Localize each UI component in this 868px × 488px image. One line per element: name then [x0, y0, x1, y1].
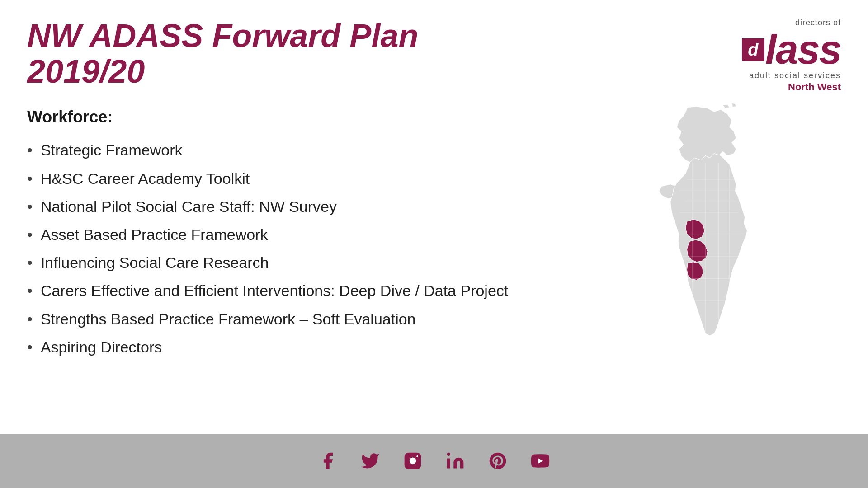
bullet-item-2: National Pilot Social Care Staff: NW Sur…	[27, 197, 533, 216]
logo-brand-text: lass	[765, 29, 841, 70]
bullet-item-4: Influencing Social Care Research	[27, 253, 533, 272]
bullet-item-6: Strengths Based Practice Framework – Sof…	[27, 309, 533, 329]
footer	[0, 434, 868, 488]
facebook-icon[interactable]	[318, 451, 338, 471]
bullet-item-0: Strategic Framework	[27, 140, 533, 160]
left-panel: NW ADASS Forward Plan 2019/20 Workforce:…	[27, 18, 533, 425]
youtube-icon[interactable]	[530, 451, 550, 471]
bullet-item-1: H&SC Career Academy Toolkit	[27, 169, 533, 188]
page-title: NW ADASS Forward Plan 2019/20	[27, 18, 533, 89]
twitter-icon[interactable]	[360, 451, 380, 471]
svg-point-14	[447, 453, 450, 456]
bullet-item-5: Carers Effective and Efficient Intervent…	[27, 281, 533, 300]
bullet-item-3: Asset Based Practice Framework	[27, 225, 533, 244]
map-container	[579, 89, 841, 425]
linkedin-icon[interactable]	[445, 451, 465, 471]
bullet-list: Strategic FrameworkH&SC Career Academy T…	[27, 140, 533, 365]
bullet-item-7: Aspiring Directors	[27, 337, 533, 357]
logo-directors-text: directors of	[795, 18, 841, 28]
pinterest-icon[interactable]	[488, 451, 508, 471]
section-heading: Workforce:	[27, 108, 533, 127]
uk-map	[579, 103, 841, 410]
logo-adass: d lass	[742, 29, 841, 70]
main-content: NW ADASS Forward Plan 2019/20 Workforce:…	[0, 0, 868, 434]
logo-d-box: d	[742, 38, 764, 61]
instagram-icon[interactable]	[403, 451, 423, 471]
right-panel: directors of d lass adult social service…	[533, 18, 841, 425]
logo-container: directors of d lass adult social service…	[742, 18, 841, 93]
logo-subtitle: adult social services	[749, 71, 841, 80]
